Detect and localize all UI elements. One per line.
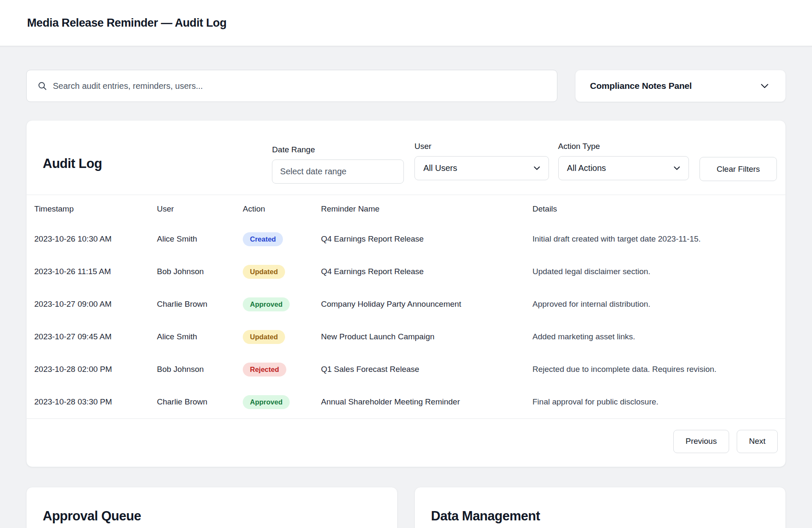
- pagination: Previous Next: [27, 418, 785, 467]
- action-badge: Updated: [243, 265, 285, 279]
- date-range-input[interactable]: [272, 160, 404, 184]
- search-icon: [38, 81, 47, 91]
- user-filter-label: User: [414, 142, 549, 151]
- cell-details: Rejected due to incomplete data. Require…: [525, 353, 785, 386]
- cell-details: Final approval for public disclosure.: [525, 386, 785, 418]
- cell-user: Charlie Brown: [149, 386, 235, 418]
- action-type-select-value: All Actions: [567, 163, 606, 173]
- action-badge: Updated: [243, 330, 285, 344]
- action-type-label: Action Type: [558, 142, 689, 151]
- date-range-filter: Date Range: [272, 145, 404, 184]
- app-header: Media Release Reminder — Audit Log: [0, 0, 812, 47]
- cell-action: Rejected: [235, 353, 313, 386]
- data-management-title: Data Management: [431, 509, 769, 524]
- approval-queue-title: Approval Queue: [43, 509, 381, 524]
- cell-timestamp: 2023-10-26 11:15 AM: [27, 256, 149, 288]
- cell-user: Alice Smith: [149, 321, 235, 353]
- cell-timestamp: 2023-10-27 09:00 AM: [27, 288, 149, 321]
- user-select[interactable]: All Users: [414, 156, 549, 180]
- table-row: 2023-10-26 11:15 AM Bob Johnson Updated …: [27, 256, 785, 288]
- cell-reminder-name: Q4 Earnings Report Release: [313, 223, 525, 256]
- approval-queue-card: Approval Queue Review and approve or rej…: [26, 487, 398, 528]
- page-title: Media Release Reminder — Audit Log: [27, 16, 227, 30]
- cell-reminder-name: Annual Shareholder Meeting Reminder: [313, 386, 525, 418]
- cell-action: Approved: [235, 386, 313, 418]
- action-type-filter: Action Type All Actions: [558, 142, 689, 180]
- table-row: 2023-10-27 09:45 AM Alice Smith Updated …: [27, 321, 785, 353]
- cell-details: Initial draft created with target date 2…: [525, 223, 785, 256]
- table-header-row: Timestamp User Action Reminder Name Deta…: [27, 195, 785, 223]
- cell-action: Created: [235, 223, 313, 256]
- compliance-notes-panel-label: Compliance Notes Panel: [590, 81, 692, 91]
- column-header-action: Action: [235, 195, 313, 223]
- chevron-down-icon: [761, 84, 768, 88]
- toolbar: Compliance Notes Panel: [26, 70, 786, 102]
- audit-log-header: Audit Log Date Range User All Users Ac: [27, 121, 785, 195]
- cell-user: Charlie Brown: [149, 288, 235, 321]
- cell-timestamp: 2023-10-27 09:45 AM: [27, 321, 149, 353]
- compliance-notes-panel-button[interactable]: Compliance Notes Panel: [575, 70, 786, 102]
- clear-filters-button[interactable]: Clear Filters: [700, 157, 777, 181]
- user-filter: User All Users: [414, 142, 549, 180]
- column-header-details: Details: [525, 195, 785, 223]
- cell-reminder-name: Company Holiday Party Announcement: [313, 288, 525, 321]
- action-badge: Created: [243, 232, 283, 246]
- cell-reminder-name: Q4 Earnings Report Release: [313, 256, 525, 288]
- chevron-down-icon: [674, 166, 680, 170]
- action-type-select[interactable]: All Actions: [558, 156, 689, 180]
- column-header-reminder-name: Reminder Name: [313, 195, 525, 223]
- column-header-user: User: [149, 195, 235, 223]
- cell-action: Updated: [235, 321, 313, 353]
- search-input[interactable]: [27, 70, 557, 102]
- cell-user: Alice Smith: [149, 223, 235, 256]
- user-select-value: All Users: [423, 163, 457, 173]
- cell-details: Approved for internal distribution.: [525, 288, 785, 321]
- cell-details: Added marketing asset links.: [525, 321, 785, 353]
- previous-button[interactable]: Previous: [673, 430, 729, 453]
- cell-reminder-name: Q1 Sales Forecast Release: [313, 353, 525, 386]
- cell-timestamp: 2023-10-28 02:00 PM: [27, 353, 149, 386]
- next-button[interactable]: Next: [737, 430, 778, 453]
- cell-timestamp: 2023-10-28 03:30 PM: [27, 386, 149, 418]
- table-row: 2023-10-28 02:00 PM Bob Johnson Rejected…: [27, 353, 785, 386]
- cell-details: Updated legal disclaimer section.: [525, 256, 785, 288]
- chevron-down-icon: [534, 166, 540, 170]
- cell-timestamp: 2023-10-26 10:30 AM: [27, 223, 149, 256]
- table-row: 2023-10-28 03:30 PM Charlie Brown Approv…: [27, 386, 785, 418]
- cell-user: Bob Johnson: [149, 256, 235, 288]
- audit-log-title: Audit Log: [43, 156, 272, 171]
- bottom-sections: Approval Queue Review and approve or rej…: [26, 487, 786, 528]
- action-badge: Approved: [243, 297, 290, 311]
- audit-log-card: Audit Log Date Range User All Users Ac: [26, 120, 786, 467]
- data-management-card: Data Management Manage data exports and …: [414, 487, 786, 528]
- cell-user: Bob Johnson: [149, 353, 235, 386]
- table-row: 2023-10-27 09:00 AM Charlie Brown Approv…: [27, 288, 785, 321]
- date-range-label: Date Range: [272, 145, 404, 154]
- cell-action: Updated: [235, 256, 313, 288]
- search-box: [26, 70, 557, 102]
- main-content: Compliance Notes Panel Audit Log Date Ra…: [0, 70, 812, 528]
- cell-reminder-name: New Product Launch Campaign: [313, 321, 525, 353]
- action-badge: Approved: [243, 395, 290, 409]
- column-header-timestamp: Timestamp: [27, 195, 149, 223]
- cell-action: Approved: [235, 288, 313, 321]
- table-row: 2023-10-26 10:30 AM Alice Smith Created …: [27, 223, 785, 256]
- action-badge: Rejected: [243, 363, 286, 377]
- audit-log-table: Timestamp User Action Reminder Name Deta…: [27, 195, 785, 418]
